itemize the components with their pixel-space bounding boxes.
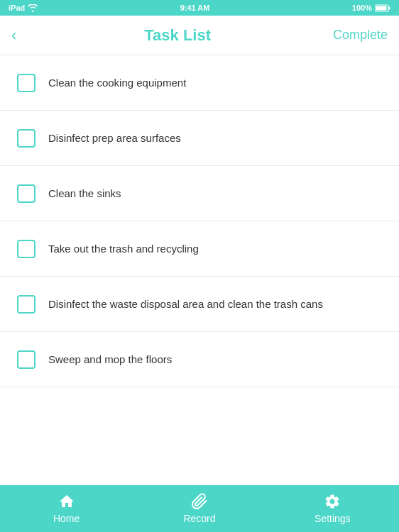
task-item-4: Take out the trash and recycling [0,221,399,277]
home-icon [58,493,75,510]
back-button[interactable]: ‹ [11,25,22,46]
task-list: Clean the cooking equipmentDisinfect pre… [0,55,399,485]
task-checkbox-5[interactable] [17,295,35,314]
task-label-4: Take out the trash and recycling [48,241,199,256]
status-bar: iPad 9:41 AM 100% [0,0,399,16]
svg-rect-2 [376,6,387,10]
nav-item-record[interactable]: Record [133,493,266,524]
battery-icon [375,4,390,12]
task-label-5: Disinfect the waste disposal area and cl… [48,297,323,311]
task-item-6: Sweep and mop the floors [0,332,399,387]
task-checkbox-2[interactable] [17,129,35,148]
task-label-6: Sweep and mop the floors [48,352,172,367]
task-item-5: Disinfect the waste disposal area and cl… [0,277,399,332]
task-item-3: Clean the sinks [0,166,399,221]
task-label-1: Clean the cooking equipment [48,75,186,90]
status-bar-time: 9:41 AM [180,4,210,12]
complete-button[interactable]: Complete [333,28,388,43]
nav-item-settings[interactable]: Settings [266,493,399,524]
task-checkbox-1[interactable] [17,74,35,92]
header: ‹ Task List Complete [0,16,399,55]
task-checkbox-6[interactable] [17,350,35,369]
task-label-3: Clean the sinks [48,186,121,201]
nav-record-label: Record [183,513,215,524]
nav-settings-label: Settings [315,513,351,524]
nav-item-home[interactable]: Home [0,493,133,524]
status-bar-right: 100% [352,4,390,12]
wifi-icon [28,4,38,12]
nav-home-label: Home [53,513,80,524]
paperclip-icon [191,493,208,510]
task-item-1: Clean the cooking equipment [0,55,399,111]
svg-rect-1 [389,6,390,9]
task-label-2: Disinfect prep area surfaces [48,131,181,145]
battery-label: 100% [352,4,372,12]
task-checkbox-3[interactable] [17,184,35,203]
device-label: iPad [9,4,25,12]
task-checkbox-4[interactable] [17,240,35,258]
gear-icon [324,493,341,510]
page-title: Task List [22,26,333,45]
task-item-2: Disinfect prep area surfaces [0,111,399,166]
bottom-nav: Home Record Settings [0,485,399,532]
status-bar-left: iPad [9,4,38,12]
